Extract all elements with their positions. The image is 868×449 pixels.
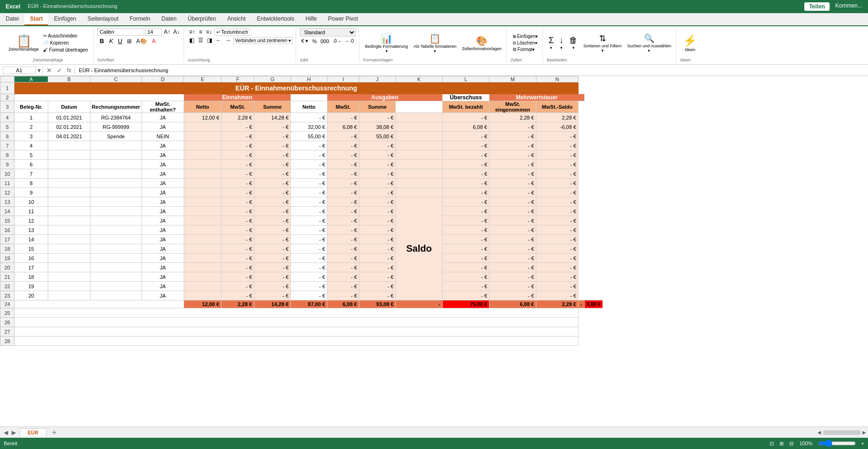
cell-mwst-eingenommen-4[interactable]: 2,28 € (490, 113, 536, 122)
cell-summe-ein-10[interactable]: - € (254, 169, 291, 179)
cell-netto-aus-22[interactable]: - € (291, 282, 327, 291)
cell-mwst-ein-4[interactable]: 2,28 € (222, 113, 254, 122)
cell-netto-aus-10[interactable]: - € (291, 169, 327, 179)
cell-mwst-5[interactable]: JA (142, 122, 184, 132)
sort-filter-button[interactable]: ⇅ Sortieren und Filtern ▾ (581, 32, 623, 54)
cell-mwst-7[interactable]: JA (142, 141, 184, 150)
cell-summe-aus-12[interactable]: - € (359, 188, 396, 197)
cell-mwst-4[interactable]: JA (142, 113, 184, 122)
cell-beleg-5[interactable]: 2 (15, 122, 48, 132)
cell-netto-aus-15[interactable]: - € (291, 216, 327, 225)
col-header-f[interactable]: F (222, 76, 254, 82)
cell-summe-ein-20[interactable]: - € (254, 263, 291, 272)
cell-mwst-bezahlt-5[interactable]: 6,08 € (443, 122, 490, 132)
cell-mwst-bezahlt-7[interactable]: - € (443, 141, 490, 150)
cell-netto-ein-6[interactable] (184, 132, 222, 141)
cell-mwst-eingenommen-7[interactable]: - € (490, 141, 536, 150)
cell-beleg-20[interactable]: 17 (15, 263, 48, 272)
cell-mwst-saldo-18[interactable]: - € (536, 244, 579, 254)
cell-ueberschuss-10[interactable] (396, 169, 443, 179)
border-button[interactable]: ⊞ (125, 37, 134, 45)
merge-center-button[interactable]: Verbinden und zentrieren ▾ (233, 37, 293, 44)
cell-mwst-saldo-9[interactable]: - € (536, 160, 579, 169)
cell-datum-11[interactable] (48, 179, 90, 188)
cell-mwst-aus-8[interactable]: - € (327, 150, 359, 160)
cell-summe-aus-22[interactable]: - € (359, 282, 396, 291)
cell-mwst-saldo-11[interactable]: - € (536, 179, 579, 188)
cell-mwst-aus-12[interactable]: - € (327, 188, 359, 197)
format-as-table-button[interactable]: 📋 Als Tabelle formatieren ▾ (412, 32, 458, 54)
thousands-button[interactable]: 000 (319, 38, 330, 45)
cell-mwst-saldo-7[interactable]: - € (536, 141, 579, 150)
tab-seitenlayout[interactable]: Seitenlayout (82, 13, 124, 25)
cell-mwst-eingenommen-15[interactable]: - € (490, 216, 536, 225)
autosum-button[interactable]: Σ ▾ (547, 35, 556, 51)
cell-mwst-saldo-10[interactable]: - € (536, 169, 579, 179)
cell-netto-aus-6[interactable]: 55,00 € (291, 132, 327, 141)
font-color-button[interactable]: A (150, 37, 157, 45)
cell-rechnungsnr-10[interactable] (90, 169, 142, 179)
cell-mwst-aus-4[interactable]: - € (327, 113, 359, 122)
cell-summe-ein-19[interactable]: - € (254, 254, 291, 263)
cell-beleg-22[interactable]: 19 (15, 282, 48, 291)
cell-rechnungsnr-14[interactable] (90, 207, 142, 216)
cell-netto-ein-17[interactable] (184, 235, 222, 244)
cell-mwst-bezahlt-12[interactable]: - € (443, 188, 490, 197)
cell-ueberschuss-9[interactable] (396, 160, 443, 169)
cell-beleg-10[interactable]: 7 (15, 169, 48, 179)
cell-mwst-17[interactable]: JA (142, 235, 184, 244)
cell-styles-button[interactable]: 🎨 Zellenformatvorlagen (460, 34, 504, 52)
cell-mwst-aus-18[interactable]: - € (327, 244, 359, 254)
cell-beleg-18[interactable]: 15 (15, 244, 48, 254)
cell-summe-aus-16[interactable]: - € (359, 225, 396, 235)
cell-mwst-saldo-17[interactable]: - € (536, 235, 579, 244)
cell-beleg-23[interactable]: 20 (15, 291, 48, 300)
sheet-tab-eur[interactable]: EÜR (20, 428, 46, 436)
cell-mwst-eingenommen-11[interactable]: - € (490, 179, 536, 188)
cell-summe-aus-15[interactable]: - € (359, 216, 396, 225)
cell-netto-ein-10[interactable] (184, 169, 222, 179)
name-box[interactable] (3, 67, 36, 74)
align-bottom-button[interactable]: ≡↓ (205, 28, 214, 36)
cell-mwst-eingenommen-20[interactable]: - € (490, 263, 536, 272)
cell-summe-ein-15[interactable]: - € (254, 216, 291, 225)
cell-datum-14[interactable] (48, 207, 90, 216)
cell-mwst-aus-19[interactable]: - € (327, 254, 359, 263)
cell-summe-ein-23[interactable]: - € (254, 291, 291, 300)
cell-ueberschuss-5[interactable] (396, 122, 443, 132)
cell-summe-ein-18[interactable]: - € (254, 244, 291, 254)
cell-ueberschuss-8[interactable] (396, 150, 443, 160)
cell-netto-aus-11[interactable]: - € (291, 179, 327, 188)
cell-summe-aus-7[interactable]: - € (359, 141, 396, 150)
cell-summe-ein-16[interactable]: - € (254, 225, 291, 235)
cell-mwst-ein-19[interactable]: - € (222, 254, 254, 263)
cell-rechnungsnr-5[interactable]: RG-999999 (90, 122, 142, 132)
cell-netto-aus-20[interactable]: - € (291, 263, 327, 272)
cell-summe-ein-5[interactable]: - € (254, 122, 291, 132)
decrease-font-button[interactable]: A↓ (172, 28, 181, 36)
tab-formeln[interactable]: Formeln (124, 13, 156, 25)
increase-font-button[interactable]: A↑ (163, 28, 171, 36)
cell-netto-aus-16[interactable]: - € (291, 225, 327, 235)
scroll-bar[interactable] (823, 430, 861, 435)
cell-summe-aus-11[interactable]: - € (359, 179, 396, 188)
cell-mwst-bezahlt-15[interactable]: - € (443, 216, 490, 225)
cell-datum-23[interactable] (48, 291, 90, 300)
cell-netto-ein-18[interactable] (184, 244, 222, 254)
align-center-button[interactable]: ☰ (197, 37, 205, 44)
cell-summe-ein-6[interactable]: - € (254, 132, 291, 141)
cell-mwst-ein-6[interactable]: - € (222, 132, 254, 141)
cell-mwst-bezahlt-14[interactable]: - € (443, 207, 490, 216)
col-header-e[interactable]: E (184, 76, 222, 82)
cell-mwst-bezahlt-22[interactable]: - € (443, 282, 490, 291)
cell-datum-12[interactable] (48, 188, 90, 197)
col-header-d[interactable]: D (142, 76, 184, 82)
cell-mwst-eingenommen-13[interactable]: - € (490, 197, 536, 207)
scroll-left-button[interactable]: ◀ (817, 430, 821, 435)
cell-mwst-aus-23[interactable]: - € (327, 291, 359, 300)
cell-mwst-6[interactable]: NEIN (142, 132, 184, 141)
nav-right-button[interactable]: ▶ (10, 429, 18, 436)
cell-netto-ein-16[interactable] (184, 225, 222, 235)
cell-mwst-aus-9[interactable]: - € (327, 160, 359, 169)
cell-mwst-bezahlt-4[interactable]: - € (443, 113, 490, 122)
